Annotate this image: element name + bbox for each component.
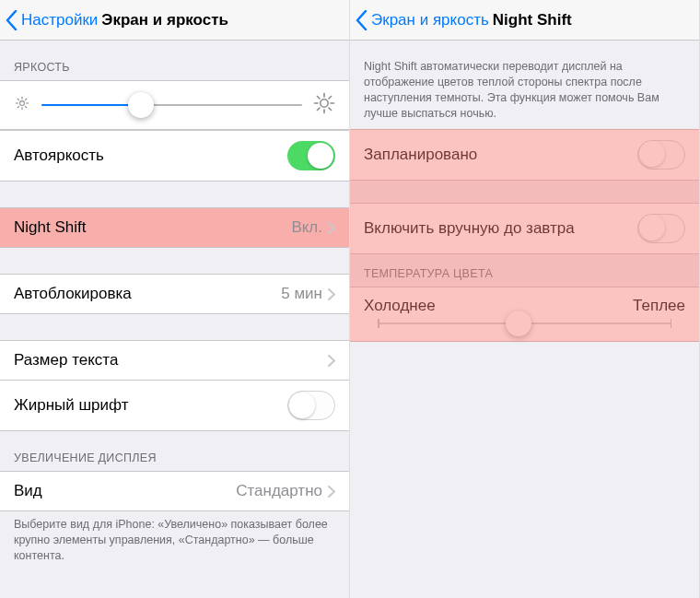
manual-enable-toggle[interactable] — [637, 214, 685, 243]
night-shift-label: Night Shift — [14, 218, 86, 237]
manual-enable-label: Включить вручную до завтра — [364, 219, 575, 238]
svg-line-6 — [25, 106, 27, 108]
chevron-right-icon — [328, 486, 335, 498]
chevron-right-icon — [328, 288, 335, 300]
chevron-right-icon — [328, 222, 335, 234]
svg-point-0 — [20, 101, 25, 106]
text-size-label: Размер текста — [14, 351, 118, 369]
back-button[interactable]: Экран и яркость — [356, 10, 489, 30]
scheduled-row: Запланировано — [350, 129, 699, 181]
sun-big-icon — [313, 92, 335, 118]
chevron-left-icon — [356, 10, 368, 30]
night-shift-value: Вкл. — [291, 218, 322, 237]
night-shift-intro: Night Shift автоматически переводит дисп… — [350, 41, 699, 129]
zoom-row[interactable]: Вид Стандартно — [0, 471, 349, 511]
svg-line-14 — [318, 97, 321, 100]
auto-lock-label: Автоблокировка — [14, 285, 132, 303]
temperature-header: ТЕМПЕРАТУРА ЦВЕТА — [350, 254, 699, 287]
page-title: Night Shift — [493, 11, 572, 29]
sun-small-icon — [14, 95, 30, 115]
auto-brightness-toggle[interactable] — [287, 141, 335, 170]
text-size-row[interactable]: Размер текста — [0, 340, 349, 381]
temperature-slider[interactable] — [378, 322, 671, 324]
temperature-warm-label: Теплее — [633, 297, 685, 315]
brightness-header: ЯРКОСТЬ — [0, 41, 349, 80]
brightness-slider-row — [0, 80, 349, 130]
svg-line-5 — [18, 99, 19, 100]
scheduled-label: Запланировано — [364, 146, 477, 164]
zoom-value: Стандартно — [236, 482, 322, 500]
svg-line-15 — [329, 108, 332, 111]
navbar: Экран и яркость Night Shift — [350, 0, 699, 41]
page-title: Экран и яркость — [101, 11, 228, 29]
bold-text-toggle[interactable] — [287, 391, 335, 420]
svg-point-9 — [321, 100, 328, 107]
temperature-cold-label: Холоднее — [364, 297, 436, 315]
svg-line-17 — [329, 97, 332, 100]
scheduled-toggle[interactable] — [637, 140, 685, 170]
screen-display-brightness: Настройки Экран и яркость ЯРКОСТЬ Автояр… — [0, 0, 350, 598]
screen-night-shift: Экран и яркость Night Shift Night Shift … — [350, 0, 700, 598]
brightness-slider[interactable] — [41, 104, 302, 106]
zoom-header: УВЕЛИЧЕНИЕ ДИСПЛЕЯ — [0, 431, 349, 471]
back-label: Экран и яркость — [371, 11, 489, 29]
svg-line-16 — [318, 108, 321, 111]
auto-lock-row[interactable]: Автоблокировка 5 мин — [0, 274, 349, 314]
back-label: Настройки — [21, 11, 98, 29]
back-button[interactable]: Настройки — [6, 10, 98, 30]
zoom-label: Вид — [14, 482, 42, 500]
night-shift-row[interactable]: Night Shift Вкл. — [0, 207, 349, 248]
chevron-left-icon — [6, 10, 18, 30]
bold-text-label: Жирный шрифт — [14, 396, 128, 415]
svg-line-8 — [25, 99, 27, 100]
navbar: Настройки Экран и яркость — [0, 0, 349, 41]
auto-lock-value: 5 мин — [281, 285, 322, 303]
bold-text-row: Жирный шрифт — [0, 381, 349, 431]
manual-enable-row: Включить вручную до завтра — [350, 203, 699, 254]
chevron-right-icon — [328, 355, 335, 367]
svg-line-7 — [18, 106, 19, 108]
auto-brightness-row: Автояркость — [0, 130, 349, 182]
zoom-footer: Выберите вид для iPhone: «Увеличено» пок… — [0, 511, 349, 571]
auto-brightness-label: Автояркость — [14, 147, 104, 165]
